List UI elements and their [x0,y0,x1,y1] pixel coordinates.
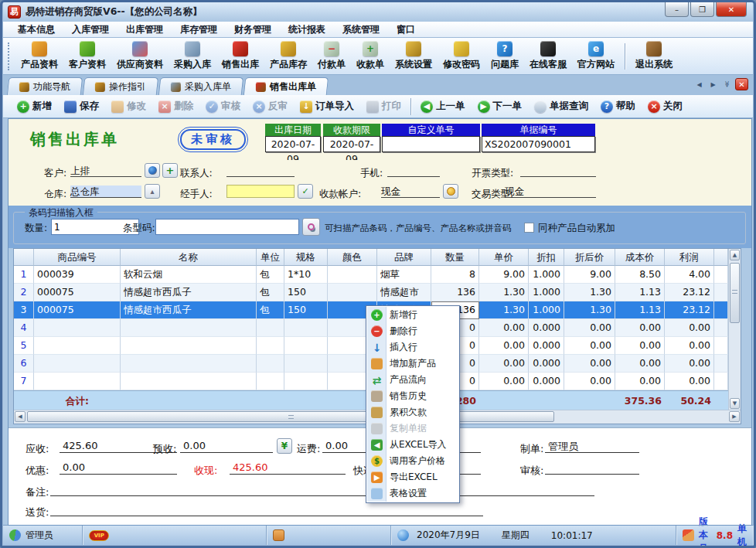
grid-cell[interactable]: 情感超市 [377,284,431,301]
barcode-search-button[interactable] [302,218,320,236]
action-print[interactable]: 打印 [360,97,407,116]
auto-accumulate-checkbox[interactable] [524,223,534,233]
grid-cell[interactable]: 0.00 [479,373,529,390]
grid-header-cell[interactable]: 折后价 [564,249,615,266]
action-close-doc[interactable]: ×关闭 [642,97,689,116]
grid-header-cell[interactable]: 数量 [431,249,479,266]
grid-cell[interactable]: 0.00 [564,355,615,373]
grid-cell[interactable]: 0.000 [529,355,564,373]
custom-no-field[interactable] [382,136,480,152]
context-product-flow[interactable]: ⇄产品流向 [367,372,458,388]
grid-cell[interactable]: 1.000 [529,284,564,301]
grid-cell[interactable]: 0.00 [615,373,665,390]
grid-cell[interactable] [257,319,284,337]
cash-field[interactable]: 425.60 [230,461,346,475]
toolbar-question-bank[interactable]: ?问题库 [485,39,524,73]
grid-cell[interactable]: 0.00 [615,319,665,337]
action-save[interactable]: 保存 [58,97,105,116]
grid-cell[interactable] [121,373,257,390]
grid-cell[interactable]: 0.000 [529,373,564,390]
maximize-button[interactable]: ❐ [690,2,714,17]
grid-cell[interactable]: 8 [431,266,479,284]
toolbar-official-website[interactable]: e官方网站 [572,39,620,73]
grid-cell[interactable]: 0.000 [529,337,564,355]
menu-finance-mgmt[interactable]: 财务管理 [226,22,280,37]
customer-picker-button[interactable] [145,163,160,178]
grid-cell[interactable]: 3 [14,301,34,319]
toolbar-system-settings[interactable]: 系统设置 [390,39,438,73]
grid-cell[interactable] [284,355,328,373]
table-row[interactable]: 2000075情感超市西瓜子包150情感超市1361.301.0001.301.… [14,284,728,301]
toolbar-change-password[interactable]: 修改密码 [438,39,485,73]
grid-cell[interactable]: 1*10 [284,266,328,284]
grid-cell[interactable]: 1.30 [564,301,615,319]
tab-scroll-left-icon[interactable]: ◀ [693,78,705,90]
grid-header-cell[interactable]: 单位 [257,249,284,266]
tab-operation-guide[interactable]: 操作指引 [83,77,158,95]
add-customer-button[interactable]: + [162,163,178,178]
grid-header-cell[interactable]: 折扣 [529,249,564,266]
toolbar-receipt-bill[interactable]: +收款单 [351,39,390,73]
grid-header-cell[interactable]: 规格 [284,249,328,266]
menu-report-stats[interactable]: 统计报表 [280,22,334,37]
customer-field[interactable]: 上排 [70,165,141,177]
trade-type-field[interactable]: 现金 [505,186,596,198]
vertical-scrollbar[interactable]: ▲ ▼ [728,249,741,410]
grid-cell[interactable]: 2 [14,284,34,301]
action-next-doc[interactable]: ▶下一单 [472,97,529,116]
context-accumulated-debt[interactable]: 累积欠款 [367,404,458,420]
grid-cell[interactable]: 1.30 [479,284,529,301]
grid-cell[interactable]: 1.13 [615,284,665,301]
tab-function-nav[interactable]: 功能导航 [7,77,83,95]
phone-field[interactable] [387,165,440,177]
context-delete-row[interactable]: −删除行 [367,323,458,339]
grid-cell[interactable]: 0.00 [479,319,529,337]
grid-cell[interactable] [121,319,257,337]
context-customer-price[interactable]: $调用客户价格 [367,453,458,469]
grid-cell[interactable]: 0.00 [665,355,714,373]
grid-cell[interactable] [121,337,257,355]
toolbar-purchase-in[interactable]: 采购入库 [169,39,216,73]
grid-cell[interactable]: 包 [257,266,284,284]
grid-cell[interactable] [284,319,328,337]
toolbar-product-data[interactable]: 产品资料 [15,39,63,73]
grid-cell[interactable]: 烟草 [377,266,431,284]
grid-header-cell[interactable]: 利润 [665,249,714,266]
grid-cell[interactable] [284,337,328,355]
context-add-row[interactable]: +新增行 [367,307,458,323]
grid-cell[interactable]: 1.000 [529,266,564,284]
yen-button[interactable]: ¥ [277,438,292,454]
vscroll-thumb[interactable] [730,263,740,323]
menu-outbound-mgmt[interactable]: 出库管理 [117,22,172,37]
prepaid-field[interactable]: 0.00 [180,440,273,453]
grid-cell[interactable]: 0.00 [479,355,529,373]
delivery-field[interactable] [50,503,483,516]
grid-cell[interactable]: 0.00 [479,337,529,355]
grid-cell[interactable] [257,337,284,355]
grid-cell[interactable]: 8.50 [615,266,665,284]
tab-sales-order[interactable]: 销售出库单 [243,77,329,95]
grid-cell[interactable]: 000039 [34,266,121,284]
grid-cell[interactable]: 情感超市西瓜子 [121,301,257,319]
invoice-type-field[interactable] [520,165,596,177]
grid-header-cell[interactable] [14,249,34,266]
doc-no-field[interactable]: XS202007090001 [482,136,595,152]
context-add-product[interactable]: 增加新产品 [367,356,458,372]
handler-picker-button[interactable]: ✓ [298,184,313,199]
context-excel-import[interactable]: ◀从EXCEL导入 [367,437,458,453]
grid-cell[interactable]: 4 [14,319,34,337]
grid-cell[interactable] [257,373,284,390]
grid-cell[interactable]: 1.30 [564,284,615,301]
grid-cell[interactable]: 0.00 [564,319,615,337]
context-table-settings[interactable]: 表格设置 [367,485,458,502]
grid-header-cell[interactable]: 单价 [479,249,529,266]
menu-system-mgmt[interactable]: 系统管理 [334,22,388,37]
grid-cell[interactable]: 0.00 [615,355,665,373]
action-prev-doc[interactable]: ◀上一单 [414,97,472,116]
action-doc-query[interactable]: 单据查询 [528,97,594,116]
warehouse-picker-button[interactable]: ▴ [145,184,160,199]
context-sales-history[interactable]: 销售历史 [367,388,458,404]
grid-cell[interactable] [34,319,121,337]
grid-cell[interactable]: 1.30 [479,301,529,319]
scroll-right-icon[interactable]: ▶ [729,411,740,422]
